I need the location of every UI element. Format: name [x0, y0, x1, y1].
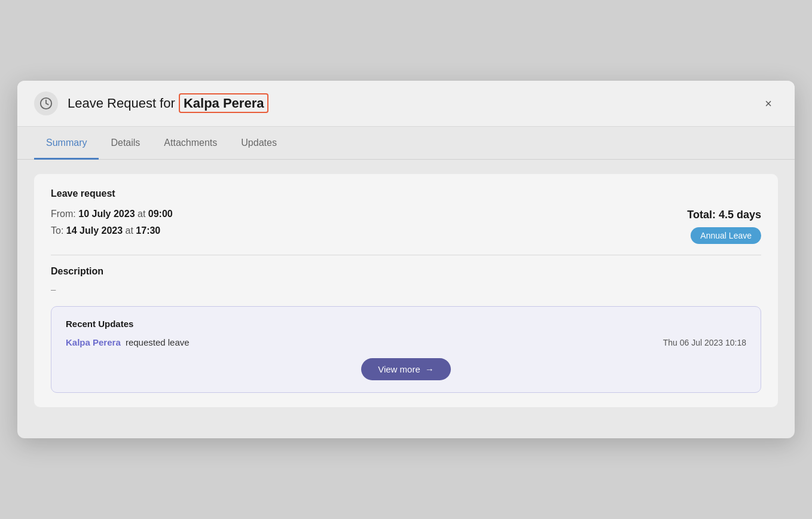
modal-content: Leave request From: 10 July 2023 at 09:0… [17, 160, 795, 438]
to-date-line: To: 14 July 2023 at 17:30 [51, 225, 173, 236]
clock-icon [34, 91, 58, 115]
leave-request-card: Leave request From: 10 July 2023 at 09:0… [34, 174, 778, 407]
highlighted-name: Kalpa Perera [179, 93, 269, 113]
update-timestamp: Thu 06 Jul 2023 10:18 [663, 338, 746, 347]
leave-dates-row: From: 10 July 2023 at 09:00 To: 14 July … [51, 209, 761, 244]
from-time: 09:00 [148, 209, 173, 219]
view-more-btn-wrap: View more → [66, 358, 746, 380]
modal-container: Leave Request for Kalpa Perera × Summary… [17, 81, 795, 438]
recent-updates-card: Recent Updates Kalpa Perera requested le… [51, 306, 761, 393]
recent-updates-title: Recent Updates [66, 319, 746, 329]
update-row: Kalpa Perera requested leave Thu 06 Jul … [66, 337, 746, 347]
leave-dates-left: From: 10 July 2023 at 09:00 To: 14 July … [51, 209, 173, 236]
tab-updates[interactable]: Updates [229, 127, 289, 160]
update-user-link[interactable]: Kalpa Perera [66, 337, 121, 347]
tabs-bar: Summary Details Attachments Updates [17, 127, 795, 160]
modal-header: Leave Request for Kalpa Perera × [17, 81, 795, 127]
total-days: Total: 4.5 days [687, 209, 761, 221]
view-more-label: View more [378, 364, 420, 374]
to-at: at [126, 225, 136, 236]
description-title: Description [51, 266, 761, 277]
from-date: 10 July 2023 [78, 209, 135, 219]
update-text: requested leave [123, 337, 190, 347]
leave-dates-right: Total: 4.5 days Annual Leave [687, 209, 761, 244]
to-label: To: [51, 225, 63, 236]
divider [51, 255, 761, 255]
to-date: 14 July 2023 [66, 225, 123, 236]
description-content: – [51, 284, 761, 294]
tab-attachments[interactable]: Attachments [152, 127, 229, 160]
tab-details[interactable]: Details [99, 127, 152, 160]
close-button[interactable]: × [759, 94, 778, 113]
modal-title: Leave Request for Kalpa Perera [68, 96, 749, 111]
leave-request-title: Leave request [51, 188, 761, 199]
update-message: Kalpa Perera requested leave [66, 337, 190, 347]
to-time: 17:30 [136, 225, 160, 236]
view-more-button[interactable]: View more → [361, 358, 451, 380]
leave-type-badge: Annual Leave [691, 227, 761, 244]
tab-summary[interactable]: Summary [34, 127, 99, 160]
arrow-icon: → [425, 364, 434, 374]
from-date-line: From: 10 July 2023 at 09:00 [51, 209, 173, 219]
from-at: at [138, 209, 148, 219]
from-label: From: [51, 209, 76, 219]
